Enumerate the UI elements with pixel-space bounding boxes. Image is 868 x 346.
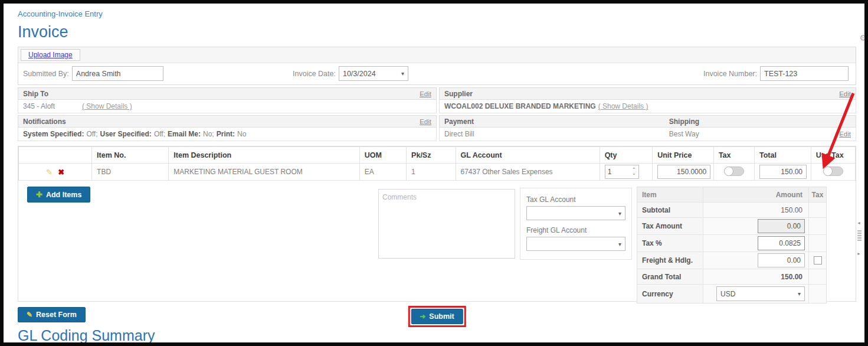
shipping-title: Shipping — [669, 117, 699, 126]
col-tax: Tax — [713, 147, 754, 164]
notifications-title: Notifications — [23, 117, 66, 126]
qty-cell: 1 ⌃⌄ — [600, 164, 653, 181]
breadcrumb[interactable]: Accounting-Invoice Entry — [18, 9, 856, 18]
row-actions-cell: ✎ ✖ — [19, 164, 92, 181]
address-sections: Ship To Edit 345 - Aloft ( Show Details … — [18, 87, 856, 141]
currency-row: Currency USD ▾ — [637, 285, 826, 303]
chevron-down-icon: ▾ — [618, 210, 621, 217]
annotation-box: ➜ Submit — [408, 306, 466, 327]
subtotal-row: Subtotal 150.00 — [637, 203, 826, 218]
supplier-edit-link[interactable]: Edit — [839, 90, 851, 97]
invoice-header-card: Upload Image Submitted By: Invoice Date:… — [18, 47, 856, 85]
tax-amount-input[interactable] — [758, 219, 805, 233]
supplier-show-details-link[interactable]: ( Show Details ) — [598, 102, 648, 110]
tax-percent-label: Tax % — [637, 235, 703, 252]
item-no-cell: TBD — [92, 164, 169, 181]
shipping-value: Best Way — [669, 130, 699, 138]
col-item-description: Item Description — [169, 147, 359, 164]
ship-to-edit-link[interactable]: Edit — [420, 90, 431, 97]
supplier-section: Supplier Edit WCOAL002 DELUXE BRANDED MA… — [439, 87, 856, 113]
line-items-table: Item No. Item Description UOM Pk/Sz GL A… — [18, 146, 856, 181]
invoice-date-select[interactable]: 10/3/2024 ▾ — [339, 66, 408, 81]
col-uom: UOM — [359, 147, 406, 164]
tax-amount-label: Tax Amount — [637, 218, 703, 234]
delete-row-icon[interactable]: ✖ — [58, 168, 64, 177]
pencil-icon: ✎ — [27, 311, 32, 319]
freight-row: Freight & Hdlg. — [637, 252, 826, 269]
freight-input[interactable] — [758, 253, 805, 267]
page-title: Invoice — [18, 23, 856, 41]
notifications-section: Notifications Edit System Specified:Off;… — [18, 115, 437, 141]
subtotal-label: Subtotal — [637, 203, 703, 217]
comments-textarea[interactable] — [378, 189, 515, 259]
tax-gl-account-select[interactable]: ▾ — [526, 206, 625, 220]
freight-tax-checkbox[interactable] — [814, 256, 822, 265]
ship-to-section: Ship To Edit 345 - Aloft ( Show Details … — [18, 87, 437, 113]
submitted-by-label: Submitted By: — [23, 70, 69, 78]
gl-accounts-panel: Tax GL Account ▾ Freight GL Account ▾ — [520, 188, 632, 260]
arrow-right-icon: ➜ — [420, 312, 425, 321]
gear-icon[interactable]: ⚙ — [859, 33, 867, 43]
edit-row-icon[interactable]: ✎ — [46, 168, 53, 177]
notifications-edit-link[interactable]: Edit — [420, 118, 431, 125]
use-tax-cell — [811, 164, 855, 181]
summary-header-row: Item Amount Tax — [637, 187, 826, 203]
spinner-arrows-icon[interactable]: ⌃⌄ — [632, 168, 636, 175]
submit-button[interactable]: ➜ Submit — [411, 309, 463, 324]
tax-cell — [713, 164, 754, 181]
supplier-title: Supplier — [444, 90, 473, 98]
reset-form-label: Reset Form — [36, 311, 77, 319]
chevron-down-icon: ▾ — [798, 290, 801, 297]
chevron-down-icon: ▾ — [618, 241, 621, 247]
invoice-toolbar: Upload Image — [18, 47, 856, 63]
currency-select[interactable]: USD ▾ — [716, 286, 805, 301]
totals-summary-table: Item Amount Tax Subtotal 150.00 Tax Amou… — [637, 187, 827, 303]
use-tax-toggle[interactable] — [823, 167, 843, 176]
invoice-entry-page: Accounting-Invoice Entry Invoice ⚙ Uploa… — [4, 4, 864, 342]
currency-label: Currency — [637, 285, 703, 303]
col-item-no: Item No. — [92, 147, 169, 164]
summary-tax-header: Tax — [808, 187, 826, 202]
tax-toggle[interactable] — [724, 167, 744, 176]
notifications-value: System Specified:Off; User Specified:Off… — [18, 128, 437, 141]
col-gl-account: GL Account — [456, 147, 600, 164]
grand-total-row: Grand Total 150.00 — [637, 269, 826, 285]
actions-col-header — [19, 147, 92, 164]
submit-label: Submit — [429, 312, 454, 321]
unit-price-cell — [653, 164, 714, 181]
items-header-row: Item No. Item Description UOM Pk/Sz GL A… — [19, 147, 856, 164]
col-total: Total — [755, 147, 811, 164]
qty-stepper[interactable]: 1 ⌃⌄ — [605, 165, 639, 179]
submitted-by-input[interactable] — [72, 66, 163, 81]
col-qty: Qty — [600, 147, 653, 164]
invoice-number-label: Invoice Number: — [703, 70, 757, 78]
shipping-edit-link[interactable]: Edit — [839, 130, 851, 138]
upload-image-button[interactable]: Upload Image — [21, 49, 80, 61]
supplier-value: WCOAL002 DELUXE BRANDED MARKETING — [444, 102, 596, 110]
qty-value: 1 — [608, 168, 612, 176]
freight-gl-account-select[interactable]: ▾ — [526, 237, 625, 251]
summary-amount-header: Amount — [703, 191, 808, 199]
freight-gl-account-label: Freight GL Account — [526, 226, 625, 234]
scrollbar-grip[interactable] — [857, 230, 862, 241]
scroll-left-icon[interactable]: ◄ — [857, 221, 861, 225]
ship-to-show-details-link[interactable]: ( Show Details ) — [82, 102, 132, 110]
total-input[interactable] — [759, 165, 807, 179]
scroll-right-icon[interactable]: ► — [857, 252, 861, 256]
item-description-cell: MARKETING MATERIAL GUEST ROOM — [169, 164, 359, 181]
gl-account-cell: 67437 Other Sales Expenses — [456, 164, 600, 181]
payment-title: Payment — [444, 117, 474, 126]
screenshot-frame: Accounting-Invoice Entry Invoice ⚙ Uploa… — [0, 0, 868, 346]
invoice-number-input[interactable] — [760, 66, 849, 81]
line-items-panel: Item No. Item Description UOM Pk/Sz GL A… — [18, 146, 856, 302]
add-items-button[interactable]: ✚ Add Items — [27, 187, 90, 203]
tax-percent-input[interactable] — [758, 236, 805, 250]
unit-price-input[interactable] — [657, 165, 710, 179]
grand-total-value: 150.00 — [703, 273, 808, 281]
col-unit-price: Unit Price — [653, 147, 714, 164]
table-row: ✎ ✖ TBD MARKETING MATERIAL GUEST ROOM EA… — [19, 164, 856, 181]
plus-icon: ✚ — [36, 190, 42, 199]
payment-value: Direct Bill — [444, 130, 474, 138]
col-pk-sz: Pk/Sz — [407, 147, 456, 164]
reset-form-button[interactable]: ✎ Reset Form — [18, 307, 86, 322]
